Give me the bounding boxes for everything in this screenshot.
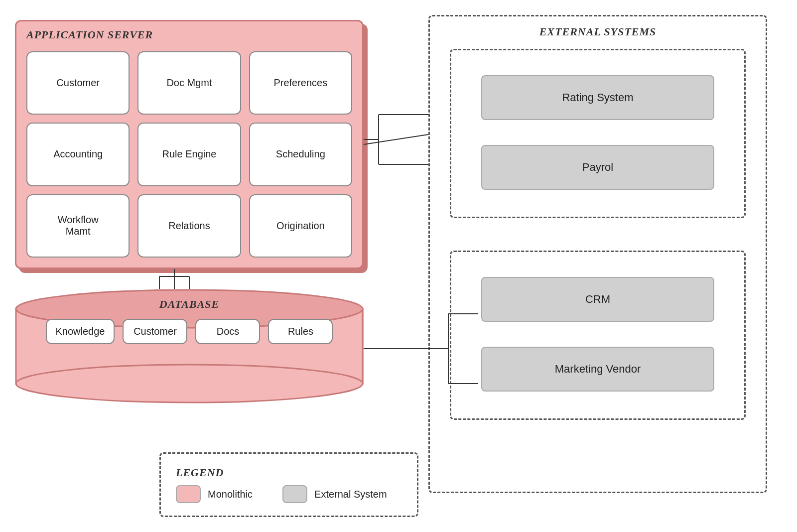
- db-modules: Knowledge Customer Docs Rules: [30, 319, 349, 344]
- legend-label-monolithic: Monolithic: [208, 489, 253, 500]
- db-module-docs: Docs: [195, 319, 260, 344]
- app-server-box: Application Server Customer Doc Mgmt Pre…: [15, 20, 364, 269]
- external-systems-box: External Systems Rating System Payrol CR…: [428, 15, 767, 493]
- ext-crm: CRM: [481, 277, 714, 322]
- module-accounting: Accounting: [26, 123, 130, 186]
- legend-box: Legend Monolithic External System: [159, 452, 418, 517]
- legend-swatch-monolithic: [176, 485, 201, 503]
- external-systems-label: External Systems: [539, 25, 657, 38]
- module-preferences: Preferences: [249, 51, 352, 115]
- legend-title: Legend: [176, 466, 402, 479]
- module-doc-mgmt: Doc Mgmt: [137, 51, 241, 115]
- ext-payrol: Payrol: [481, 145, 714, 190]
- module-grid: Customer Doc Mgmt Preferences Accounting…: [26, 51, 352, 258]
- database-label: Database: [159, 298, 220, 311]
- database-area: Database Knowledge Customer Docs Rules: [15, 289, 364, 403]
- module-relations: Relations: [137, 194, 241, 258]
- module-scheduling: Scheduling: [249, 123, 352, 186]
- legend-label-external: External System: [314, 489, 387, 500]
- module-workflow-mamt: WorkflowMamt: [26, 194, 130, 258]
- db-module-rules: Rules: [268, 319, 333, 344]
- app-server-label: Application Server: [26, 28, 153, 41]
- ext-group-lower: CRM Marketing Vendor: [450, 251, 746, 420]
- module-origination: Origination: [249, 194, 352, 258]
- ext-marketing-vendor: Marketing Vendor: [481, 347, 714, 392]
- svg-line-4: [364, 134, 428, 144]
- ext-rating-system: Rating System: [481, 75, 714, 120]
- legend-swatch-external: [282, 485, 307, 503]
- db-module-knowledge: Knowledge: [46, 319, 115, 344]
- module-customer: Customer: [26, 51, 130, 115]
- db-module-customer: Customer: [123, 319, 187, 344]
- ext-group-upper: Rating System Payrol: [450, 49, 746, 218]
- diagram-container: Application Server Customer Doc Mgmt Pre…: [0, 0, 797, 532]
- legend-item-monolithic: Monolithic: [176, 485, 253, 503]
- legend-items: Monolithic External System: [176, 485, 402, 503]
- module-rule-engine: Rule Engine: [137, 123, 241, 186]
- legend-item-external: External System: [282, 485, 387, 503]
